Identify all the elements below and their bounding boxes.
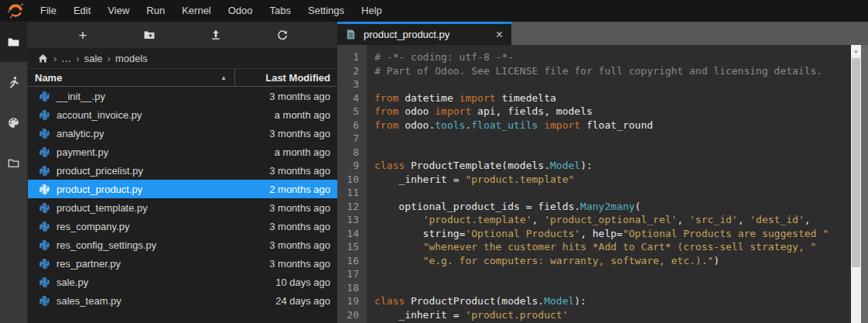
file-modified: 10 days ago (275, 277, 337, 288)
menu-help[interactable]: Help (353, 0, 391, 22)
line-number: 19 (337, 294, 367, 308)
sidebar-item-file-browser[interactable] (0, 22, 27, 62)
menu-settings[interactable]: Settings (299, 0, 353, 22)
line-number: 5 (337, 105, 367, 119)
file-list-item[interactable]: payment.py a month ago (28, 143, 337, 161)
line-number: 13 (337, 213, 367, 227)
breadcrumb-segment[interactable]: … (61, 53, 71, 64)
sidebar-item-running-sessions[interactable] (0, 62, 27, 102)
file-list-item[interactable]: product_pricelist.py 3 months ago (28, 161, 337, 180)
code-line: # Part of Odoo. See LICENSE file for ful… (374, 64, 851, 78)
code-content[interactable]: # -*- coding: utf-8 -*-# Part of Odoo. S… (367, 45, 851, 323)
line-number: 2 (337, 64, 367, 78)
jupyterlab-window: FileEditViewRunKernelOdooTabsSettingsHel… (0, 0, 868, 323)
file-list-item[interactable]: res_config_settings.py 3 months ago (28, 235, 337, 254)
menu-kernel[interactable]: Kernel (173, 0, 220, 22)
file-browser-panel: + (28, 22, 337, 323)
file-list-item[interactable]: product_template.py 3 months ago (28, 198, 337, 217)
code-line: _inherit = "product.template" (374, 173, 851, 187)
code-line: "whenever the customer hits *Add to Cart… (374, 240, 851, 254)
file-browser-toolbar: + (28, 22, 337, 48)
breadcrumb-separator: › (108, 53, 111, 64)
menu-view[interactable]: View (99, 0, 138, 22)
editor-area: product_product.py × 1234567891011121314… (337, 22, 868, 323)
file-name: res_config_settings.py (56, 239, 269, 251)
python-file-icon (39, 91, 50, 101)
close-icon[interactable]: × (496, 29, 503, 41)
new-launcher-button[interactable]: + (73, 25, 93, 45)
new-folder-button[interactable] (139, 25, 159, 45)
file-name: res_company.py (56, 221, 269, 232)
menu-edit[interactable]: Edit (65, 0, 99, 22)
file-list-item[interactable]: res_company.py 3 months ago (28, 217, 337, 235)
menu-run[interactable]: Run (138, 0, 173, 22)
line-number: 15 (337, 240, 367, 254)
sidebar-item-open-tabs[interactable] (0, 143, 27, 183)
code-line (374, 146, 851, 160)
code-line: from odoo import api, fields, models (374, 105, 851, 119)
column-header-last-modified[interactable]: Last Modified (235, 72, 337, 84)
file-list-item[interactable]: account_invoice.py a month ago (28, 105, 337, 124)
line-number: 1 (337, 50, 367, 64)
file-list-item[interactable]: res_partner.py 3 months ago (28, 254, 337, 273)
python-file-icon (39, 258, 50, 269)
file-modified: 3 months ago (269, 202, 337, 214)
python-file-icon (39, 295, 50, 306)
python-file-icon (39, 277, 50, 287)
code-line: from datetime import timedelta (374, 91, 851, 105)
file-modified: 3 months ago (269, 91, 337, 102)
file-list-item[interactable]: analytic.py 3 months ago (28, 124, 337, 143)
upload-button[interactable] (206, 25, 226, 45)
breadcrumb-segments: ›…›sale›models (52, 53, 151, 64)
breadcrumb-segment[interactable]: sale (84, 53, 103, 64)
file-list-item[interactable]: sale.py 10 days ago (28, 273, 337, 291)
name-column-label: Name (35, 72, 62, 84)
folder-icon (7, 36, 20, 49)
code-line (374, 267, 851, 281)
code-line: "e.g. for computers: warranty, software,… (374, 254, 851, 268)
python-file-icon (39, 221, 50, 232)
upload-icon (210, 29, 222, 41)
line-number: 7 (337, 132, 367, 146)
code-line: 'product.template', 'product_optional_re… (374, 213, 851, 227)
menu-file[interactable]: File (32, 0, 65, 22)
tab-bar: product_product.py × (337, 22, 868, 45)
menu-tabs[interactable]: Tabs (261, 0, 299, 22)
python-file-icon (39, 128, 50, 139)
refresh-button[interactable] (272, 25, 292, 45)
line-number: 8 (337, 146, 367, 160)
sidebar-item-command-palette[interactable] (0, 102, 27, 143)
home-icon[interactable] (37, 53, 49, 64)
file-list-item[interactable]: product_product.py 2 months ago (28, 180, 337, 198)
line-number: 6 (337, 119, 367, 132)
breadcrumb-separator: › (76, 53, 79, 64)
file-name: product_pricelist.py (56, 165, 269, 177)
scrollbar-thumb[interactable] (852, 58, 860, 267)
python-file-icon (39, 146, 50, 157)
code-editor[interactable]: 123456789101112131415161718192021 # -*- … (337, 45, 868, 323)
python-file-icon (39, 202, 50, 213)
tab-product-product-py[interactable]: product_product.py × (337, 22, 511, 45)
column-header-name[interactable]: Name ▲ (28, 69, 235, 86)
file-list: __init__.py 3 months ago account_invoice… (28, 87, 337, 323)
menu-odoo[interactable]: Odoo (220, 0, 261, 22)
code-line: _inherit = 'product.product' (374, 308, 851, 322)
file-list-item[interactable]: sales_team.py 24 days ago (28, 291, 337, 310)
scrollbar-up-arrow-icon[interactable]: ▲ (851, 45, 861, 56)
window-edge-strip (861, 45, 868, 323)
code-line (374, 186, 851, 200)
file-name: product_template.py (56, 202, 269, 214)
file-name: sale.py (56, 277, 275, 288)
code-line (374, 132, 851, 146)
file-list-item[interactable]: __init__.py 3 months ago (28, 87, 337, 105)
file-modified: 3 months ago (269, 258, 337, 270)
file-list-header: Name ▲ Last Modified (28, 68, 337, 87)
palette-icon (7, 116, 20, 129)
code-line: class ProductTemplate(models.Model): (374, 159, 851, 173)
new-folder-icon (143, 29, 155, 41)
editor-scrollbar[interactable]: ▲ (851, 45, 861, 323)
menubar: FileEditViewRunKernelOdooTabsSettingsHel… (0, 0, 868, 22)
file-modified: 3 months ago (269, 239, 337, 251)
line-number: 18 (337, 281, 367, 295)
refresh-icon (276, 29, 289, 41)
